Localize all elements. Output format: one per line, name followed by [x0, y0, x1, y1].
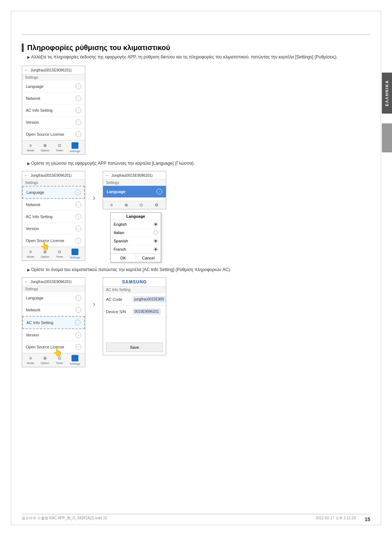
- phone-bottom-bar-lang-left: ≡ Mode ⊕ Option ⊙ Timer ⚙ Settings: [22, 247, 85, 261]
- phone-title-1: Jungfrau(0015E9096201): [30, 68, 72, 72]
- bottom-timer-1[interactable]: ⊙ Timer: [56, 143, 63, 152]
- menu-item-version-left[interactable]: Version ›: [22, 223, 85, 235]
- bottom-option-1[interactable]: ⊕ Option: [41, 143, 49, 152]
- menu-label-osl-1: Open Source License: [26, 132, 64, 136]
- menu-item-language-left[interactable]: Language ›: [22, 186, 85, 199]
- bottom-settings-lr[interactable]: ⚙: [155, 202, 159, 208]
- menu-item-acinfo-1[interactable]: AC Info Setting ›: [22, 105, 85, 116]
- arrow-language-al: ›: [75, 295, 81, 301]
- bottom-mode-al[interactable]: ≡ Mode: [27, 356, 34, 365]
- lang-option-italian[interactable]: Italian: [111, 229, 161, 237]
- samsung-save-button[interactable]: Save: [106, 343, 163, 352]
- samsung-brand: SAMSUNG: [103, 278, 166, 287]
- menu-item-network-left[interactable]: Network ›: [22, 199, 85, 211]
- timer-icon-1: ⊙: [58, 143, 61, 148]
- sub-desc-1: Ορίστε τη γλώσσα της εφαρμογής APP πατών…: [27, 160, 370, 167]
- menu-item-language-al[interactable]: Language ›: [22, 292, 85, 304]
- phone-title-ac-left: Jungfrau(0015E9096201): [30, 280, 72, 284]
- mode-label-al: Mode: [27, 361, 34, 365]
- bottom-timer-ll[interactable]: ⊙ Timer: [56, 249, 63, 258]
- menu-label-acinfo-left: AC Info Setting: [26, 214, 53, 219]
- samsung-phone: SAMSUNG AC Info Setting AC Code jungfrau…: [103, 277, 166, 355]
- lang-label-spanish: Spanish: [114, 239, 128, 243]
- lang-dialog-title: Language: [111, 213, 161, 220]
- ac-code-label: AC Code: [106, 297, 130, 302]
- radio-english[interactable]: [154, 222, 158, 226]
- bottom-settings-ll[interactable]: ⚙ Settings: [70, 249, 80, 259]
- phone-section-label-lang-right: Settings: [103, 180, 166, 186]
- phone-wrapper-lang-left: ← Jungfrau(0015E9096201) Settings Langua…: [22, 171, 85, 261]
- phone-wrapper-ac-left: ← Jungfrau(0015E9096201) Settings Langua…: [22, 277, 85, 367]
- phone-wrapper-lang-right: ← Jungfrau(0015E9096201) Settings Langua…: [103, 171, 166, 209]
- phone-header-lang-left: ← Jungfrau(0015E9096201): [22, 171, 85, 180]
- phone-bottom-bar-lang-right: ≡ ⊕ ⊙ ⚙: [103, 201, 166, 209]
- lang-dialog-buttons: OK Cancel: [111, 254, 161, 262]
- bottom-settings-al[interactable]: ⚙ Settings: [70, 355, 80, 365]
- settings-icon-1: ⚙: [72, 142, 78, 149]
- radio-italian[interactable]: [154, 230, 158, 235]
- menu-item-language-1[interactable]: Language ›: [22, 81, 85, 93]
- menu-label-language-al: Language: [26, 296, 44, 300]
- menu-item-acinfo-al[interactable]: AC Info Setting ›: [22, 316, 85, 329]
- lang-label-english: English: [114, 222, 127, 226]
- menu-item-version-al[interactable]: Version ›: [22, 329, 85, 341]
- arrow-version-left: ›: [75, 226, 81, 232]
- bottom-settings-1[interactable]: ⚙ Settings: [70, 142, 80, 153]
- menu-label-network-1: Network: [26, 96, 40, 101]
- menu-item-network-al[interactable]: Network ›: [22, 304, 85, 316]
- lang-ok-button[interactable]: OK: [111, 254, 136, 262]
- side-tab: ΕΛΛΗΝΙΚΑ: [382, 73, 392, 114]
- arrow-language-1: ›: [75, 83, 81, 89]
- menu-item-language-right[interactable]: Language ›: [103, 186, 166, 198]
- menu-item-acinfo-left[interactable]: AC Info Setting ›: [22, 211, 85, 223]
- phone-mockup-lang-left: ← Jungfrau(0015E9096201) Settings Langua…: [22, 171, 85, 261]
- bottom-mode-lr[interactable]: ≡: [110, 202, 113, 208]
- settings-icon-ll: ⚙: [72, 249, 78, 255]
- side-tab-label: ΕΛΛΗΝΙΚΑ: [385, 80, 389, 106]
- lang-option-spanish[interactable]: Spanish: [111, 237, 161, 245]
- bottom-option-al[interactable]: ⊕ Option: [41, 356, 49, 365]
- menu-label-network-left: Network: [26, 202, 40, 207]
- settings-icon-lr: ⚙: [155, 202, 159, 208]
- lang-option-french[interactable]: French: [111, 245, 161, 254]
- arrow-osl-1: ›: [75, 131, 81, 137]
- arrow-acinfo-1: ›: [75, 107, 81, 113]
- menu-label-language-1: Language: [26, 84, 44, 89]
- chevron-arrow-ac: ›: [93, 299, 95, 309]
- bottom-option-lr[interactable]: ⊕: [124, 202, 128, 208]
- lang-option-english[interactable]: English: [111, 220, 161, 229]
- phone-title-lang-right: Jungfrau(0015E9096201): [111, 173, 152, 177]
- radio-spanish[interactable]: [154, 239, 158, 243]
- samsung-spacer: [103, 318, 166, 340]
- acinfo-phones-row: ← Jungfrau(0015E9096201) Settings Langua…: [22, 277, 370, 367]
- chevron-arrow-lang: ›: [93, 193, 95, 203]
- menu-item-osl-left[interactable]: Open Source License ›: [22, 235, 85, 247]
- lang-cancel-button[interactable]: Cancel: [136, 254, 161, 262]
- main-content: Πληροφορίες ρύθμισης του κλιματιστικού Α…: [22, 36, 370, 514]
- bottom-timer-lr[interactable]: ⊙: [139, 202, 143, 208]
- menu-item-version-1[interactable]: Version ›: [22, 116, 85, 128]
- arrow-acinfo-left: ›: [75, 214, 81, 220]
- back-icon-1: ←: [24, 67, 29, 73]
- sub-desc-2: Ορίστε το όνομα του κλιματιστικού πατώντ…: [27, 266, 370, 273]
- option-icon-al: ⊕: [43, 356, 47, 361]
- menu-label-language-right: Language: [107, 189, 126, 194]
- option-icon-lr: ⊕: [124, 202, 128, 208]
- menu-item-network-1[interactable]: Network ›: [22, 93, 85, 105]
- radio-french[interactable]: [154, 247, 158, 251]
- option-icon-1: ⊕: [43, 143, 47, 148]
- phone-mockup-1: ← Jungfrau(0015E9096201) Settings Langua…: [22, 66, 85, 155]
- bottom-mode-1[interactable]: ≡ Mode: [27, 143, 34, 152]
- menu-item-osl-1[interactable]: Open Source License ›: [22, 128, 85, 140]
- menu-label-version-al: Version: [26, 333, 39, 337]
- lang-label-italian: Italian: [114, 230, 124, 235]
- mode-icon-1: ≡: [29, 143, 32, 148]
- timer-label-1: Timer: [56, 149, 63, 152]
- lang-label-french: French: [114, 247, 126, 251]
- lang-dialog: Language English Italian Spanish: [110, 212, 161, 262]
- first-phone-row: ← Jungfrau(0015E9096201) Settings Langua…: [22, 66, 370, 155]
- timer-label-ll: Timer: [56, 255, 63, 258]
- phone-section-label-1: Settings: [22, 74, 85, 81]
- arrow-osl-al: ›: [75, 344, 81, 350]
- bottom-mode-ll[interactable]: ≡ Mode: [27, 249, 34, 258]
